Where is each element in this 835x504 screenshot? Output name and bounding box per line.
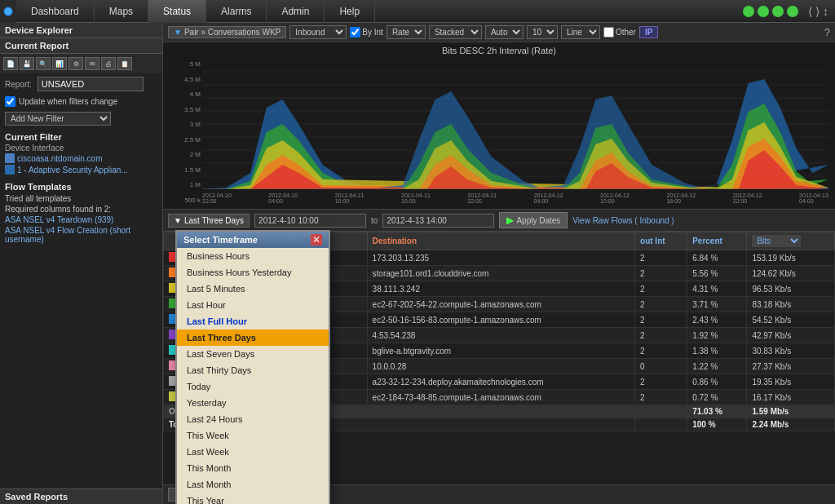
- dropdown-item-11[interactable]: This Week: [177, 427, 329, 444]
- device-name-2: 1 - Adaptive Security Applian...: [17, 166, 128, 175]
- toolbar-icon-5[interactable]: ⚙: [68, 57, 83, 70]
- apply-icon: ▶: [506, 214, 514, 226]
- row-dest-8[interactable]: a23-32-12-234.deploy.akamaitechnologies.…: [367, 374, 634, 390]
- row-dest-6[interactable]: bglive-a.btgravity.com: [367, 343, 634, 359]
- auto-select[interactable]: Auto: [485, 25, 524, 39]
- status-dot-1: [743, 6, 754, 17]
- dropdown-item-13[interactable]: This Month: [177, 460, 329, 476]
- tab-status[interactable]: Status: [148, 0, 206, 23]
- tab-help[interactable]: Help: [325, 0, 375, 23]
- view-raw-flows-link[interactable]: View Raw Flows ( Inbound ): [572, 216, 674, 225]
- y-label-2: 4 M: [171, 91, 201, 98]
- dropdown-item-15[interactable]: This Year: [177, 493, 329, 504]
- flow-item-2[interactable]: ASA NSEL v4 Teardown (939): [5, 214, 157, 225]
- nav-status-dots: ⟨ ⟩ ↕: [743, 5, 835, 18]
- row-dest-5[interactable]: 4.53.54.238: [367, 328, 634, 343]
- dropdown-item-2[interactable]: Last 5 Minutes: [177, 281, 329, 297]
- dropdown-item-10[interactable]: Last 24 Hours: [177, 411, 329, 427]
- row-dest-4[interactable]: ec2-50-16-156-83.compute-1.amazonaws.com: [367, 312, 634, 328]
- tab-maps[interactable]: Maps: [95, 0, 148, 23]
- y-label-7: 1.5 M: [171, 166, 201, 174]
- total-bits: 2.24 Mb/s: [747, 418, 835, 431]
- y-label-9: 500 k: [171, 197, 201, 204]
- dropdown-item-0[interactable]: Business Hours: [177, 248, 329, 264]
- col-percent[interactable]: Percent: [687, 232, 747, 250]
- other-bits: 1.59 Mb/s: [747, 405, 835, 418]
- device-explorer-title[interactable]: Device Explorer: [0, 23, 162, 38]
- dropdown-close-button[interactable]: ✕: [311, 234, 322, 245]
- from-date-input[interactable]: [254, 214, 366, 228]
- total-out-int: [635, 418, 687, 431]
- dropdown-header: Select Timeframe ✕: [177, 232, 329, 248]
- to-date-input[interactable]: [382, 214, 494, 228]
- chart-canvas: 2012-04-1022:00 2012-04-1004:00 2012-04-…: [202, 59, 828, 206]
- pair-conversations-arrow: ▼: [174, 28, 182, 37]
- col-destination[interactable]: Destination: [367, 232, 634, 250]
- ten-select[interactable]: 10: [527, 25, 558, 39]
- pair-conversations-label: Pair » Conversations WKP: [184, 28, 281, 37]
- toolbar-icon-3[interactable]: 🔍: [36, 57, 51, 70]
- line-select[interactable]: LineBarArea: [561, 25, 600, 39]
- ip-badge[interactable]: IP: [639, 26, 658, 38]
- sidebar-toolbar: 📄 💾 🔍 📊 ⚙ ✉ 🖨 📋: [0, 54, 162, 73]
- row-dest-0[interactable]: 173.203.13.235: [367, 250, 634, 266]
- dropdown-item-9[interactable]: Yesterday: [177, 395, 329, 411]
- dropdown-item-14[interactable]: Last Month: [177, 476, 329, 493]
- other-checkbox[interactable]: [603, 27, 614, 38]
- help-button[interactable]: ?: [824, 26, 830, 38]
- sidebar: Device Explorer Current Report 📄 💾 🔍 📊 ⚙…: [0, 23, 163, 504]
- apply-dates-button[interactable]: ▶ Apply Dates: [499, 212, 568, 228]
- tab-admin[interactable]: Admin: [267, 0, 325, 23]
- row-bits-9: 16.17 Kb/s: [747, 390, 835, 405]
- row-dest-1[interactable]: storage101.ord1.clouddrive.com: [367, 266, 634, 281]
- bits-unit-select[interactable]: BitsBytesPackets: [752, 235, 801, 247]
- update-filter-checkbox[interactable]: Update when filters change: [0, 95, 162, 108]
- add-filter-select[interactable]: Add New Filter: [5, 112, 111, 126]
- direction-select[interactable]: InboundOutboundBoth: [289, 25, 347, 39]
- dropdown-item-4[interactable]: Last Full Hour: [177, 313, 329, 329]
- row-dest-2[interactable]: 38.111.3.242: [367, 281, 634, 297]
- other-percent: 71.03 %: [687, 405, 747, 418]
- pair-conversations-badge[interactable]: ▼ Pair » Conversations WKP: [168, 26, 286, 38]
- dropdown-item-12[interactable]: Last Week: [177, 444, 329, 460]
- status-dot-3: [772, 6, 784, 17]
- dropdown-item-5[interactable]: Last Three Days: [177, 329, 329, 346]
- other-out-int: [635, 405, 687, 418]
- dropdown-item-6[interactable]: Last Seven Days: [177, 346, 329, 362]
- row-bits-8: 19.35 Kb/s: [747, 374, 835, 390]
- toolbar-icon-4[interactable]: 📊: [52, 57, 67, 70]
- row-percent-5: 1.92 %: [687, 328, 747, 343]
- timeframe-dropdown-btn[interactable]: ▼ Last Three Days: [168, 214, 250, 228]
- col-out-int[interactable]: out Int: [635, 232, 687, 250]
- toolbar-icon-1[interactable]: 📄: [3, 57, 18, 70]
- report-name-input[interactable]: [38, 77, 144, 91]
- toolbar-icon-8[interactable]: 📋: [117, 57, 132, 70]
- current-report-title[interactable]: Current Report: [0, 38, 162, 54]
- dropdown-item-3[interactable]: Last Hour: [177, 297, 329, 313]
- row-dest-9[interactable]: ec2-184-73-48-85.compute-1.amazonaws.com: [367, 390, 634, 405]
- row-dest-3[interactable]: ec2-67-202-54-22.compute-1.amazonaws.com: [367, 297, 634, 312]
- flow-item-3[interactable]: ASA NSEL v4 Flow Creation (short usernam…: [5, 225, 157, 245]
- tab-dashboard[interactable]: Dashboard: [16, 0, 95, 23]
- col-bits[interactable]: BitsBytesPackets: [747, 232, 835, 250]
- row-bits-6: 30.83 Kb/s: [747, 343, 835, 359]
- y-label-6: 2 M: [171, 151, 201, 158]
- toolbar-icon-2[interactable]: 💾: [20, 57, 34, 70]
- filter-item-2: 1 - Adaptive Security Applian...: [5, 164, 157, 175]
- x-label-8: 2012-04-1222:00: [733, 192, 762, 204]
- stacked-select[interactable]: StackedGrouped: [429, 25, 482, 39]
- tab-alarms[interactable]: Alarms: [206, 0, 267, 23]
- dropdown-item-7[interactable]: Last Thirty Days: [177, 362, 329, 378]
- rate-select[interactable]: RateTotal: [387, 25, 426, 39]
- row-percent-9: 0.72 %: [687, 390, 747, 405]
- row-percent-2: 4.31 %: [687, 281, 747, 297]
- row-dest-7[interactable]: 10.0.0.28: [367, 359, 634, 374]
- saved-reports-title[interactable]: Saved Reports: [0, 489, 162, 504]
- by-int-checkbox[interactable]: [350, 27, 360, 38]
- toolbar-icon-7[interactable]: 🖨: [101, 57, 116, 70]
- row-bits-1: 124.62 Kb/s: [747, 266, 835, 281]
- dropdown-item-8[interactable]: Today: [177, 378, 329, 395]
- dropdown-item-1[interactable]: Business Hours Yesterday: [177, 264, 329, 281]
- x-label-4: 2012-04-1122:00: [467, 192, 497, 204]
- toolbar-icon-6[interactable]: ✉: [85, 57, 99, 70]
